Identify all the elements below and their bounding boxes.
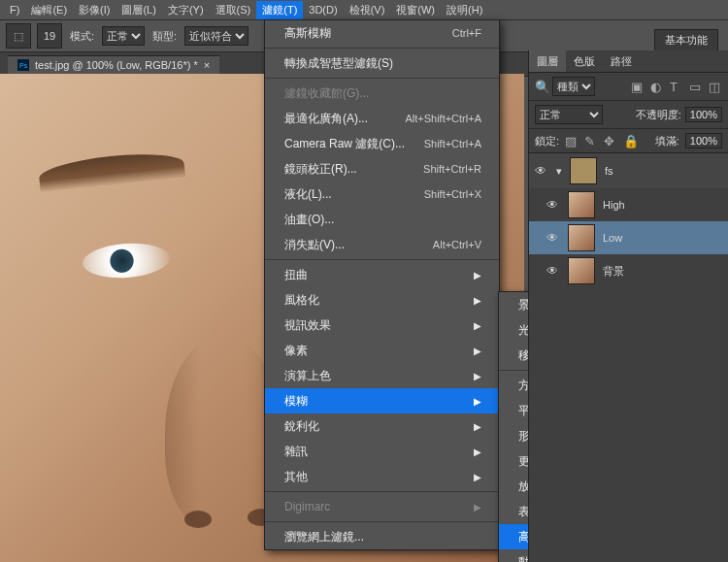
menu-item[interactable]: 文字(Y) bbox=[162, 1, 210, 19]
lock-paint-icon[interactable]: ✎ bbox=[584, 134, 598, 148]
filter-type-icon[interactable]: T bbox=[670, 80, 683, 93]
layer-thumbnail[interactable] bbox=[568, 224, 595, 251]
blend-mode-select[interactable]: 正常 bbox=[535, 105, 603, 124]
filter-smart-icon[interactable]: ◫ bbox=[709, 80, 722, 93]
mode-select[interactable]: 正常 bbox=[102, 26, 145, 46]
menu-item[interactable]: 鏡頭校正(R)...Shift+Ctrl+R bbox=[265, 156, 499, 182]
menu-item: 濾鏡收藏館(G)... bbox=[265, 81, 499, 106]
menu-item[interactable]: 選取(S) bbox=[210, 1, 257, 19]
menu-item[interactable]: 濾鏡(T) bbox=[256, 1, 303, 19]
panel-tab[interactable]: 色版 bbox=[566, 50, 603, 72]
lock-label: 鎖定: bbox=[535, 134, 559, 149]
submenu-arrow-icon: ▶ bbox=[474, 421, 481, 432]
layer-thumbnail[interactable] bbox=[568, 257, 595, 284]
menu-item[interactable]: 編輯(E) bbox=[25, 1, 73, 19]
tool-preset[interactable]: ⬚ bbox=[6, 23, 31, 49]
menu-item[interactable]: 其他▶ bbox=[265, 464, 499, 489]
layer-row[interactable]: 👁Low bbox=[529, 221, 728, 254]
panel-tabs: 圖層色版路徑 bbox=[529, 50, 728, 73]
layer-name[interactable]: 背景 bbox=[603, 264, 624, 279]
tool-option-box[interactable]: 19 bbox=[37, 23, 62, 49]
fill-value[interactable]: 100% bbox=[685, 133, 722, 149]
workspace-switcher[interactable]: 基本功能 bbox=[654, 29, 718, 51]
layer-name[interactable]: Low bbox=[603, 232, 622, 244]
visibility-icon[interactable]: 👁 bbox=[546, 231, 560, 245]
menu-item[interactable]: 最適化廣角(A)...Alt+Shift+Ctrl+A bbox=[265, 106, 499, 131]
submenu-arrow-icon: ▶ bbox=[474, 472, 481, 482]
layer-row[interactable]: 👁背景 bbox=[529, 254, 728, 287]
menu-item[interactable]: 扭曲▶ bbox=[265, 262, 499, 287]
submenu-arrow-icon: ▶ bbox=[474, 346, 481, 356]
search-icon[interactable]: 🔍 bbox=[535, 80, 548, 93]
menu-item[interactable]: 說明(H) bbox=[441, 1, 488, 19]
panel-tab[interactable]: 路徑 bbox=[603, 50, 640, 72]
submenu-arrow-icon: ▶ bbox=[474, 320, 481, 331]
menu-item[interactable]: 影像(I) bbox=[73, 1, 116, 19]
mode-label: 模式: bbox=[68, 29, 96, 44]
filter-adjust-icon[interactable]: ◐ bbox=[650, 80, 664, 93]
type-select[interactable]: 近似符合 bbox=[184, 26, 248, 46]
type-label: 類型: bbox=[150, 29, 179, 44]
layers-list: 👁▾fs👁High👁Low👁背景 bbox=[529, 153, 728, 287]
opacity-label: 不透明度: bbox=[636, 108, 681, 122]
visibility-icon[interactable]: 👁 bbox=[546, 264, 560, 278]
layer-filter-row: 🔍 種類 ▣ ◐ T ▭ ◫ bbox=[529, 73, 728, 101]
menu-item[interactable]: 演算上色▶ bbox=[265, 363, 499, 388]
menu-item[interactable]: 圖層(L) bbox=[116, 1, 161, 19]
fill-label: 填滿: bbox=[655, 134, 679, 149]
ps-icon: Ps bbox=[17, 59, 29, 71]
menu-item[interactable]: 模糊▶ bbox=[265, 388, 499, 413]
filter-shape-icon[interactable]: ▭ bbox=[689, 80, 703, 93]
menu-item[interactable]: 轉換成智慧型濾鏡(S) bbox=[265, 50, 499, 76]
blend-opacity-row: 正常 不透明度: 100% bbox=[529, 101, 728, 129]
layer-name[interactable]: High bbox=[603, 199, 625, 211]
submenu-arrow-icon: ▶ bbox=[474, 446, 481, 457]
submenu-arrow-icon: ▶ bbox=[474, 270, 481, 281]
submenu-arrow-icon: ▶ bbox=[474, 396, 481, 407]
opacity-value[interactable]: 100% bbox=[685, 107, 722, 122]
layer-kind-select[interactable]: 種類 bbox=[552, 77, 595, 96]
menu-item[interactable]: 視窗(W) bbox=[390, 1, 441, 19]
lock-transparent-icon[interactable]: ▨ bbox=[565, 134, 579, 148]
menu-item[interactable]: 3D(D) bbox=[303, 2, 343, 17]
menu-item[interactable]: 像素▶ bbox=[265, 338, 499, 363]
menu-bar: F)編輯(E)影像(I)圖層(L)文字(Y)選取(S)濾鏡(T)3D(D)檢視(… bbox=[0, 0, 728, 20]
svg-text:Ps: Ps bbox=[19, 62, 28, 69]
menu-item[interactable]: 銳利化▶ bbox=[265, 413, 499, 439]
lock-all-icon[interactable]: 🔒 bbox=[623, 134, 637, 148]
menu-item[interactable]: 消失點(V)...Alt+Ctrl+V bbox=[265, 232, 499, 257]
lock-position-icon[interactable]: ✥ bbox=[604, 134, 617, 148]
menu-item: Digimarc▶ bbox=[265, 494, 499, 519]
submenu-arrow-icon: ▶ bbox=[474, 371, 481, 381]
submenu-arrow-icon: ▶ bbox=[474, 295, 481, 306]
menu-item[interactable]: Camera Raw 濾鏡(C)...Shift+Ctrl+A bbox=[265, 131, 499, 156]
filter-image-icon[interactable]: ▣ bbox=[631, 80, 645, 93]
menu-item[interactable]: F) bbox=[4, 2, 25, 17]
menu-item[interactable]: 高斯模糊Ctrl+F bbox=[265, 20, 499, 46]
menu-item[interactable]: 風格化▶ bbox=[265, 287, 499, 313]
layer-row[interactable]: 👁High bbox=[529, 188, 728, 221]
document-tab[interactable]: Ps test.jpg @ 100% (Low, RGB/16*) * × bbox=[8, 55, 219, 74]
visibility-icon[interactable]: 👁 bbox=[546, 198, 560, 212]
group-name[interactable]: fs bbox=[605, 165, 613, 177]
menu-item[interactable]: 雜訊▶ bbox=[265, 439, 499, 464]
layer-group[interactable]: 👁▾fs bbox=[529, 153, 728, 188]
menu-item[interactable]: 液化(L)...Shift+Ctrl+X bbox=[265, 182, 499, 207]
layer-thumbnail[interactable] bbox=[568, 191, 595, 218]
menu-item[interactable]: 油畫(O)... bbox=[265, 207, 499, 232]
lock-fill-row: 鎖定: ▨ ✎ ✥ 🔒 填滿: 100% bbox=[529, 129, 728, 153]
folder-icon bbox=[570, 157, 597, 184]
document-tab-title: test.jpg @ 100% (Low, RGB/16*) * bbox=[35, 59, 198, 71]
filter-menu: 高斯模糊Ctrl+F轉換成智慧型濾鏡(S)濾鏡收藏館(G)...最適化廣角(A)… bbox=[264, 19, 500, 550]
right-panels: 圖層色版路徑 🔍 種類 ▣ ◐ T ▭ ◫ 正常 不透明度: 100% 鎖定: … bbox=[528, 50, 728, 562]
panel-tab[interactable]: 圖層 bbox=[529, 50, 566, 72]
menu-item[interactable]: 視訊效果▶ bbox=[265, 313, 499, 338]
chevron-down-icon[interactable]: ▾ bbox=[556, 165, 562, 178]
menu-item[interactable]: 瀏覽網上濾鏡... bbox=[265, 524, 499, 549]
menu-item[interactable]: 檢視(V) bbox=[344, 1, 391, 19]
close-icon[interactable]: × bbox=[204, 59, 210, 71]
submenu-arrow-icon: ▶ bbox=[474, 502, 481, 512]
visibility-icon[interactable]: 👁 bbox=[535, 164, 548, 178]
